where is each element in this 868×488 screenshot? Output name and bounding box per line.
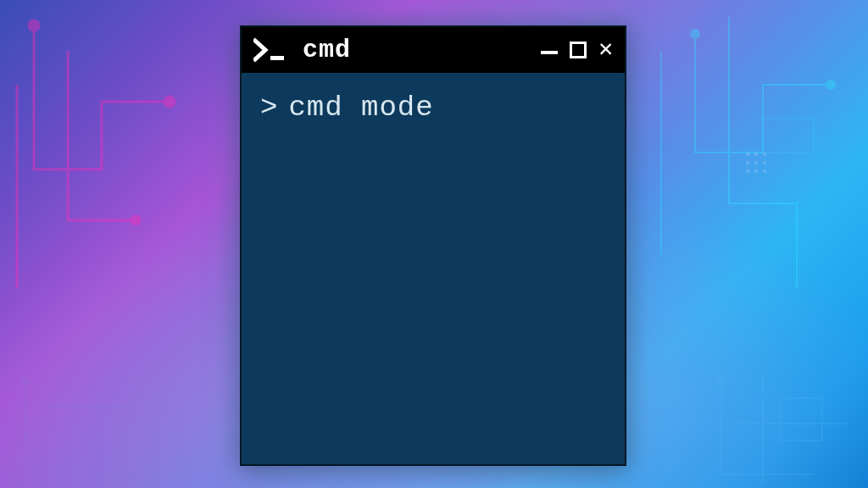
- titlebar[interactable]: cmd ✕: [242, 27, 625, 73]
- terminal-body[interactable]: > cmd mode: [242, 73, 625, 464]
- svg-rect-19: [270, 56, 284, 60]
- svg-point-5: [826, 80, 835, 89]
- svg-rect-3: [763, 119, 814, 152]
- window-controls: ✕: [541, 38, 613, 62]
- prompt-symbol: >: [260, 92, 278, 124]
- svg-rect-10: [746, 152, 749, 156]
- svg-point-0: [29, 20, 39, 30]
- svg-rect-17: [754, 169, 758, 173]
- svg-rect-6: [110, 441, 144, 474]
- terminal-prompt-icon: [253, 37, 291, 63]
- svg-point-2: [131, 216, 140, 225]
- svg-rect-13: [746, 161, 749, 164]
- command-text: cmd mode: [288, 92, 433, 124]
- close-button[interactable]: ✕: [598, 38, 613, 62]
- svg-point-1: [164, 97, 175, 107]
- minimize-icon: [541, 51, 558, 54]
- minimize-button[interactable]: [541, 46, 558, 54]
- maximize-icon: [570, 42, 587, 58]
- svg-point-9: [716, 377, 725, 385]
- svg-point-4: [691, 30, 699, 38]
- svg-rect-12: [763, 152, 766, 156]
- svg-rect-18: [763, 169, 766, 173]
- svg-rect-16: [746, 169, 749, 173]
- svg-rect-14: [754, 161, 758, 164]
- command-line: > cmd mode: [260, 92, 606, 124]
- maximize-button[interactable]: [570, 42, 587, 58]
- svg-rect-11: [754, 152, 758, 156]
- svg-rect-15: [763, 161, 766, 164]
- svg-rect-8: [780, 398, 822, 441]
- close-icon: ✕: [598, 38, 613, 62]
- svg-point-7: [21, 377, 30, 385]
- window-title: cmd: [303, 36, 532, 64]
- terminal-window: cmd ✕ > cmd mode: [240, 25, 626, 466]
